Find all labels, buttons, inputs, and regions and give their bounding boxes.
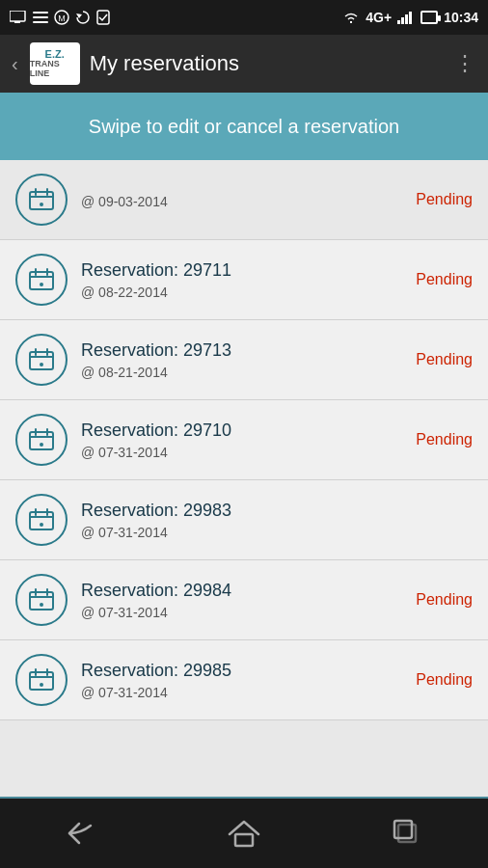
reservation-date: @ 07-31-2014: [81, 605, 402, 620]
reservation-list-container: @ 09-03-2014 Pending Reservation: 29711 …: [0, 160, 488, 797]
svg-rect-1: [14, 21, 20, 23]
reservation-icon: [15, 254, 68, 306]
wifi-icon: [342, 11, 360, 24]
reservation-title: Reservation: 29711: [81, 260, 402, 281]
svg-point-18: [40, 363, 43, 366]
status-bar: M 4G+ 10:34: [0, 0, 488, 35]
nav-left: ‹ E.Z. TRANS LINE My reservations: [12, 42, 239, 85]
app-logo: E.Z. TRANS LINE: [30, 42, 80, 85]
svg-rect-4: [33, 21, 48, 23]
battery-icon: [420, 11, 438, 24]
reservation-info: Reservation: 29713 @ 08-21-2014: [81, 340, 402, 380]
reservation-icon: [15, 174, 68, 226]
list-icon: [33, 11, 48, 24]
svg-rect-0: [10, 11, 25, 21]
svg-rect-17: [30, 352, 53, 369]
reservation-info: Reservation: 29711 @ 08-22-2014: [81, 260, 402, 300]
check-icon: [96, 10, 110, 25]
svg-point-26: [40, 683, 43, 687]
svg-point-20: [40, 443, 43, 447]
list-item[interactable]: Reservation: 29985 @ 07-31-2014 Pending: [0, 640, 488, 720]
list-item[interactable]: Reservation: 29984 @ 07-31-2014 Pending: [0, 560, 488, 640]
reservation-title: Reservation: 29713: [81, 340, 402, 361]
bottom-nav-bar: [0, 799, 488, 868]
back-nav-icon: [64, 820, 98, 847]
reservation-status: Pending: [416, 671, 473, 689]
reservation-info: Reservation: 29710 @ 07-31-2014: [81, 420, 402, 460]
reservation-info: Reservation: 29983 @ 07-31-2014: [81, 501, 459, 540]
svg-rect-11: [405, 14, 408, 24]
reservation-status: Pending: [416, 591, 473, 609]
svg-rect-2: [33, 12, 48, 14]
reservation-info: @ 09-03-2014: [81, 190, 402, 209]
reservation-date: @ 08-21-2014: [81, 365, 402, 380]
refresh-icon: [75, 10, 91, 25]
list-item[interactable]: @ 09-03-2014 Pending: [0, 160, 488, 240]
svg-rect-23: [30, 592, 53, 610]
screen-icon: [10, 11, 27, 24]
reservation-icon: [15, 654, 68, 706]
status-icons: M: [10, 10, 110, 25]
list-item[interactable]: Reservation: 29713 @ 08-21-2014 Pending: [0, 320, 488, 400]
reservation-title: Reservation: 29985: [81, 661, 402, 681]
svg-rect-3: [33, 16, 48, 18]
clock: 10:34: [444, 10, 478, 25]
svg-rect-10: [401, 17, 404, 24]
back-arrow-icon[interactable]: ‹: [12, 53, 18, 75]
recents-nav-icon: [393, 819, 421, 848]
svg-rect-9: [397, 20, 400, 24]
reservation-title: Reservation: 29984: [81, 581, 402, 601]
reservation-icon: [15, 494, 68, 546]
svg-point-14: [40, 203, 43, 206]
svg-rect-8: [97, 11, 109, 24]
reservation-title: Reservation: 29983: [81, 501, 459, 521]
svg-rect-19: [30, 432, 53, 449]
reservation-date: @ 08-22-2014: [81, 285, 402, 300]
motorola-icon: M: [54, 10, 69, 25]
recents-button[interactable]: [373, 812, 441, 854]
reservation-list: @ 09-03-2014 Pending Reservation: 29711 …: [0, 160, 488, 720]
status-right: 4G+ 10:34: [342, 10, 478, 25]
list-item[interactable]: Reservation: 29711 @ 08-22-2014 Pending: [0, 240, 488, 320]
svg-rect-27: [235, 834, 253, 846]
reservation-icon: [15, 574, 68, 626]
reservation-info: Reservation: 29985 @ 07-31-2014: [81, 661, 402, 700]
nav-bar: ‹ E.Z. TRANS LINE My reservations ⋮: [0, 35, 488, 93]
svg-rect-12: [409, 12, 412, 24]
list-item[interactable]: Reservation: 29710 @ 07-31-2014 Pending: [0, 400, 488, 480]
reservation-icon: [15, 334, 68, 386]
svg-rect-28: [398, 825, 416, 842]
overflow-menu-icon[interactable]: ⋮: [454, 51, 476, 76]
reservation-date: @ 07-31-2014: [81, 445, 402, 460]
home-button[interactable]: [210, 812, 278, 854]
svg-point-24: [40, 603, 43, 607]
swipe-hint-banner: Swipe to edit or cancel a reservation: [0, 93, 488, 160]
svg-rect-21: [30, 512, 53, 529]
signal-icon: [397, 11, 415, 24]
reservation-date: @ 07-31-2014: [81, 685, 402, 700]
reservation-info: Reservation: 29984 @ 07-31-2014: [81, 581, 402, 620]
reservation-date: @ 09-03-2014: [81, 194, 402, 209]
list-item[interactable]: Reservation: 29983 @ 07-31-2014: [0, 480, 488, 560]
reservation-icon: [15, 414, 68, 466]
network-type: 4G+: [366, 10, 392, 25]
reservation-status: Pending: [416, 351, 473, 368]
svg-rect-29: [394, 821, 412, 838]
reservation-status: Pending: [416, 271, 473, 288]
reservation-date: @ 07-31-2014: [81, 525, 459, 540]
home-nav-icon: [228, 819, 260, 848]
svg-rect-15: [30, 272, 53, 289]
reservation-status: Pending: [416, 431, 473, 448]
svg-text:M: M: [58, 14, 66, 23]
back-button[interactable]: [47, 812, 115, 854]
page-title: My reservations: [90, 51, 239, 76]
svg-point-16: [40, 283, 43, 286]
svg-rect-25: [30, 672, 53, 690]
svg-point-22: [40, 523, 43, 527]
reservation-title: Reservation: 29710: [81, 420, 402, 441]
reservation-status: Pending: [416, 191, 473, 208]
svg-rect-13: [30, 192, 53, 209]
